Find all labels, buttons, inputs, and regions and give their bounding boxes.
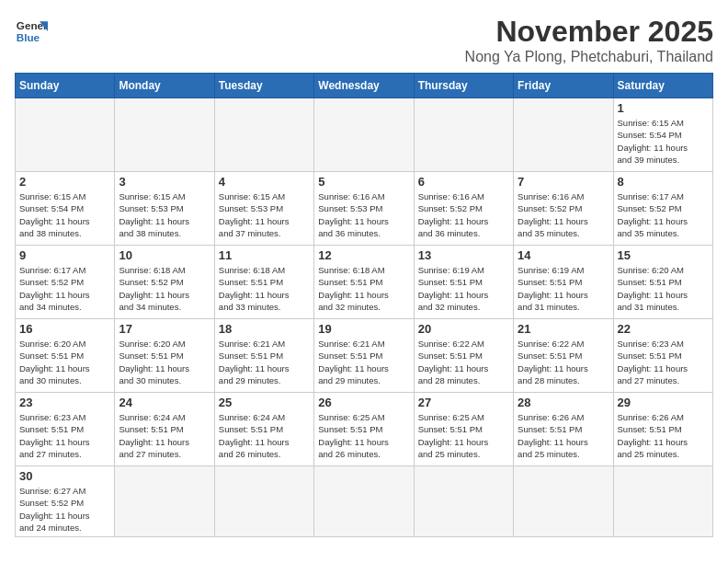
day-number: 30 bbox=[19, 469, 110, 483]
cell-sun-info: Sunrise: 6:15 AM Sunset: 5:53 PM Dayligh… bbox=[119, 190, 210, 239]
cell-sun-info: Sunrise: 6:25 AM Sunset: 5:51 PM Dayligh… bbox=[318, 411, 409, 460]
calendar-cell bbox=[514, 98, 613, 172]
day-number: 21 bbox=[518, 322, 609, 336]
cell-sun-info: Sunrise: 6:23 AM Sunset: 5:51 PM Dayligh… bbox=[618, 338, 709, 386]
cell-sun-info: Sunrise: 6:27 AM Sunset: 5:52 PM Dayligh… bbox=[19, 485, 110, 534]
cell-sun-info: Sunrise: 6:15 AM Sunset: 5:54 PM Dayligh… bbox=[618, 117, 709, 166]
day-number: 19 bbox=[318, 322, 409, 336]
day-number: 14 bbox=[518, 248, 609, 262]
calendar-table: SundayMondayTuesdayWednesdayThursdayFrid… bbox=[15, 73, 713, 537]
cell-sun-info: Sunrise: 6:23 AM Sunset: 5:51 PM Dayligh… bbox=[19, 411, 110, 460]
day-number: 28 bbox=[518, 396, 609, 409]
cell-sun-info: Sunrise: 6:20 AM Sunset: 5:51 PM Dayligh… bbox=[119, 338, 210, 386]
calendar-cell bbox=[16, 98, 115, 172]
calendar-cell: 17Sunrise: 6:20 AM Sunset: 5:51 PM Dayli… bbox=[115, 319, 214, 393]
calendar-cell bbox=[314, 466, 414, 537]
calendar-cell: 26Sunrise: 6:25 AM Sunset: 5:51 PM Dayli… bbox=[314, 393, 414, 466]
calendar-cell: 14Sunrise: 6:19 AM Sunset: 5:51 PM Dayli… bbox=[514, 246, 613, 319]
cell-sun-info: Sunrise: 6:16 AM Sunset: 5:52 PM Dayligh… bbox=[418, 190, 509, 239]
calendar-cell: 23Sunrise: 6:23 AM Sunset: 5:51 PM Dayli… bbox=[16, 393, 115, 466]
calendar-cell: 7Sunrise: 6:16 AM Sunset: 5:52 PM Daylig… bbox=[514, 172, 613, 246]
day-number: 23 bbox=[19, 396, 110, 409]
day-number: 13 bbox=[418, 248, 509, 262]
calendar-cell: 6Sunrise: 6:16 AM Sunset: 5:52 PM Daylig… bbox=[414, 172, 513, 246]
calendar-cell: 21Sunrise: 6:22 AM Sunset: 5:51 PM Dayli… bbox=[514, 319, 613, 393]
calendar-cell: 4Sunrise: 6:15 AM Sunset: 5:53 PM Daylig… bbox=[214, 172, 313, 246]
day-number: 29 bbox=[618, 396, 709, 409]
calendar-cell: 22Sunrise: 6:23 AM Sunset: 5:51 PM Dayli… bbox=[613, 319, 712, 393]
calendar-cell: 3Sunrise: 6:15 AM Sunset: 5:53 PM Daylig… bbox=[115, 172, 214, 246]
svg-text:Blue: Blue bbox=[17, 31, 40, 43]
cell-sun-info: Sunrise: 6:18 AM Sunset: 5:52 PM Dayligh… bbox=[119, 264, 210, 313]
calendar-cell: 5Sunrise: 6:16 AM Sunset: 5:53 PM Daylig… bbox=[314, 172, 414, 246]
day-number: 20 bbox=[418, 322, 509, 336]
cell-sun-info: Sunrise: 6:15 AM Sunset: 5:53 PM Dayligh… bbox=[219, 190, 310, 239]
weekday-header-friday: Friday bbox=[514, 74, 613, 98]
day-number: 9 bbox=[19, 248, 110, 262]
calendar-title: November 2025 bbox=[465, 15, 713, 49]
weekday-header-sunday: Sunday bbox=[16, 74, 115, 98]
page-header: General Blue November 2025 Nong Ya Plong… bbox=[15, 15, 713, 65]
calendar-cell: 18Sunrise: 6:21 AM Sunset: 5:51 PM Dayli… bbox=[214, 319, 313, 393]
cell-sun-info: Sunrise: 6:19 AM Sunset: 5:51 PM Dayligh… bbox=[518, 264, 609, 313]
weekday-header-thursday: Thursday bbox=[414, 74, 513, 98]
day-number: 4 bbox=[219, 175, 310, 189]
calendar-cell: 9Sunrise: 6:17 AM Sunset: 5:52 PM Daylig… bbox=[16, 246, 115, 319]
cell-sun-info: Sunrise: 6:20 AM Sunset: 5:51 PM Dayligh… bbox=[618, 264, 709, 313]
day-number: 10 bbox=[119, 248, 210, 262]
cell-sun-info: Sunrise: 6:22 AM Sunset: 5:51 PM Dayligh… bbox=[418, 338, 509, 386]
calendar-week-row: 23Sunrise: 6:23 AM Sunset: 5:51 PM Dayli… bbox=[16, 393, 713, 466]
calendar-cell: 11Sunrise: 6:18 AM Sunset: 5:51 PM Dayli… bbox=[214, 246, 313, 319]
cell-sun-info: Sunrise: 6:21 AM Sunset: 5:51 PM Dayligh… bbox=[219, 338, 310, 386]
calendar-cell: 25Sunrise: 6:24 AM Sunset: 5:51 PM Dayli… bbox=[214, 393, 313, 466]
cell-sun-info: Sunrise: 6:17 AM Sunset: 5:52 PM Dayligh… bbox=[618, 190, 709, 239]
calendar-cell bbox=[115, 98, 214, 172]
calendar-body: 1Sunrise: 6:15 AM Sunset: 5:54 PM Daylig… bbox=[16, 98, 713, 537]
logo-icon: General Blue bbox=[15, 15, 48, 48]
cell-sun-info: Sunrise: 6:20 AM Sunset: 5:51 PM Dayligh… bbox=[19, 338, 110, 386]
calendar-cell: 10Sunrise: 6:18 AM Sunset: 5:52 PM Dayli… bbox=[115, 246, 214, 319]
calendar-cell bbox=[115, 466, 214, 537]
cell-sun-info: Sunrise: 6:16 AM Sunset: 5:52 PM Dayligh… bbox=[518, 190, 609, 239]
weekday-header-row: SundayMondayTuesdayWednesdayThursdayFrid… bbox=[16, 74, 713, 98]
day-number: 18 bbox=[219, 322, 310, 336]
cell-sun-info: Sunrise: 6:26 AM Sunset: 5:51 PM Dayligh… bbox=[518, 411, 609, 460]
day-number: 8 bbox=[618, 175, 709, 189]
day-number: 7 bbox=[518, 175, 609, 189]
calendar-cell bbox=[414, 466, 513, 537]
day-number: 11 bbox=[219, 248, 310, 262]
day-number: 2 bbox=[19, 175, 110, 189]
logo: General Blue bbox=[15, 15, 48, 48]
day-number: 25 bbox=[219, 396, 310, 409]
calendar-cell: 2Sunrise: 6:15 AM Sunset: 5:54 PM Daylig… bbox=[16, 172, 115, 246]
cell-sun-info: Sunrise: 6:16 AM Sunset: 5:53 PM Dayligh… bbox=[318, 190, 409, 239]
weekday-header-saturday: Saturday bbox=[613, 74, 712, 98]
calendar-week-row: 30Sunrise: 6:27 AM Sunset: 5:52 PM Dayli… bbox=[16, 466, 713, 537]
weekday-header-tuesday: Tuesday bbox=[214, 74, 313, 98]
day-number: 24 bbox=[119, 396, 210, 409]
cell-sun-info: Sunrise: 6:18 AM Sunset: 5:51 PM Dayligh… bbox=[219, 264, 310, 313]
calendar-cell: 16Sunrise: 6:20 AM Sunset: 5:51 PM Dayli… bbox=[16, 319, 115, 393]
calendar-cell bbox=[214, 98, 313, 172]
calendar-cell: 15Sunrise: 6:20 AM Sunset: 5:51 PM Dayli… bbox=[613, 246, 712, 319]
day-number: 15 bbox=[618, 248, 709, 262]
cell-sun-info: Sunrise: 6:22 AM Sunset: 5:51 PM Dayligh… bbox=[518, 338, 609, 386]
day-number: 16 bbox=[19, 322, 110, 336]
calendar-cell: 12Sunrise: 6:18 AM Sunset: 5:51 PM Dayli… bbox=[314, 246, 414, 319]
calendar-cell bbox=[613, 466, 712, 537]
calendar-cell: 19Sunrise: 6:21 AM Sunset: 5:51 PM Dayli… bbox=[314, 319, 414, 393]
calendar-cell: 13Sunrise: 6:19 AM Sunset: 5:51 PM Dayli… bbox=[414, 246, 513, 319]
calendar-week-row: 9Sunrise: 6:17 AM Sunset: 5:52 PM Daylig… bbox=[16, 246, 713, 319]
calendar-cell: 29Sunrise: 6:26 AM Sunset: 5:51 PM Dayli… bbox=[613, 393, 712, 466]
title-block: November 2025 Nong Ya Plong, Phetchaburi… bbox=[465, 15, 713, 65]
calendar-cell: 8Sunrise: 6:17 AM Sunset: 5:52 PM Daylig… bbox=[613, 172, 712, 246]
calendar-cell: 1Sunrise: 6:15 AM Sunset: 5:54 PM Daylig… bbox=[613, 98, 712, 172]
cell-sun-info: Sunrise: 6:17 AM Sunset: 5:52 PM Dayligh… bbox=[19, 264, 110, 313]
calendar-cell bbox=[514, 466, 613, 537]
calendar-cell: 28Sunrise: 6:26 AM Sunset: 5:51 PM Dayli… bbox=[514, 393, 613, 466]
cell-sun-info: Sunrise: 6:24 AM Sunset: 5:51 PM Dayligh… bbox=[119, 411, 210, 460]
cell-sun-info: Sunrise: 6:26 AM Sunset: 5:51 PM Dayligh… bbox=[618, 411, 709, 460]
cell-sun-info: Sunrise: 6:25 AM Sunset: 5:51 PM Dayligh… bbox=[418, 411, 509, 460]
cell-sun-info: Sunrise: 6:19 AM Sunset: 5:51 PM Dayligh… bbox=[418, 264, 509, 313]
day-number: 27 bbox=[418, 396, 509, 409]
